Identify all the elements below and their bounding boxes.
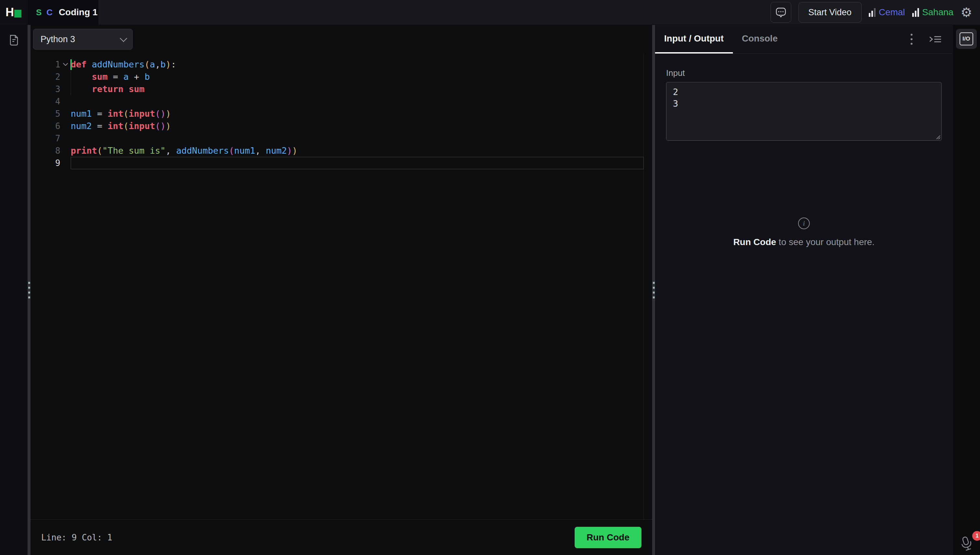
- code-line-content: num2 = int(input()): [71, 120, 171, 132]
- console-indent-icon[interactable]: [929, 34, 942, 44]
- tab-title: Coding 1: [59, 7, 98, 18]
- line-number: 8: [31, 146, 60, 156]
- fold-chevron-icon[interactable]: [60, 63, 71, 66]
- settings-gear-icon[interactable]: ⚙: [961, 6, 972, 19]
- participant-sahana[interactable]: Sahana: [912, 7, 954, 18]
- code-token: ,: [166, 146, 177, 156]
- code-token: "The sum is": [103, 146, 166, 156]
- code-line[interactable]: 7: [31, 132, 652, 144]
- code-lines: 1def addNumbers(a,b):2 sum = a + b3 retu…: [31, 58, 652, 169]
- logo-letter: H: [5, 5, 14, 19]
- input-wrap: [666, 82, 942, 141]
- line-number: 2: [31, 72, 60, 82]
- code-line[interactable]: 1def addNumbers(a,b):: [31, 58, 652, 71]
- code-line-content: print("The sum is", addNumbers(num1, num…: [71, 144, 297, 157]
- code-editor[interactable]: 1def addNumbers(a,b):2 sum = a + b3 retu…: [31, 54, 652, 519]
- tab-coding-1[interactable]: S C Coding 1: [27, 0, 99, 25]
- code-token: print: [71, 146, 97, 156]
- questions-document-icon[interactable]: [8, 34, 19, 47]
- line-number: 9: [31, 158, 60, 168]
- chat-bubble-icon: [775, 6, 787, 18]
- code-line[interactable]: 5num1 = int(input()): [31, 107, 652, 120]
- code-token: (: [155, 109, 160, 119]
- code-token: (: [97, 146, 102, 156]
- code-token: int: [108, 109, 124, 119]
- code-token: input: [129, 121, 155, 131]
- code-line[interactable]: 9: [31, 157, 652, 169]
- code-token: ,: [155, 59, 160, 69]
- code-token: sum: [129, 84, 145, 94]
- mic-notification[interactable]: 1: [960, 531, 980, 551]
- io-toggle-icon: I/O: [959, 32, 973, 45]
- code-line[interactable]: 6num2 = int(input()): [31, 120, 652, 132]
- tab-console[interactable]: Console: [733, 25, 787, 53]
- code-token: addNumbers: [176, 146, 229, 156]
- input-label: Input: [666, 68, 942, 78]
- code-token: ): [166, 109, 171, 119]
- code-token: ): [160, 109, 165, 119]
- code-token: b: [145, 72, 150, 82]
- io-toggle-button[interactable]: I/O: [956, 29, 977, 49]
- code-token: [71, 84, 92, 94]
- panel-resize-handle-right[interactable]: [652, 25, 655, 555]
- code-token: def: [71, 59, 92, 69]
- code-token: +: [129, 72, 145, 82]
- language-selector[interactable]: Python 3: [33, 29, 133, 50]
- input-textarea[interactable]: [666, 82, 942, 141]
- logo-green-square-icon: [14, 8, 22, 18]
- io-tab-icons: [909, 25, 953, 53]
- io-body: Input i Run Code to see your output here…: [655, 54, 953, 555]
- io-panel: Input / Output Console Input: [655, 25, 953, 555]
- line-number: 5: [31, 109, 60, 119]
- code-token: num1: [234, 146, 255, 156]
- code-token: =: [92, 109, 108, 119]
- code-token: =: [108, 72, 124, 82]
- chat-button[interactable]: [771, 2, 791, 23]
- code-token: sum: [92, 72, 108, 82]
- hackerrank-logo[interactable]: H: [0, 0, 27, 25]
- language-selected-label: Python 3: [40, 34, 75, 45]
- tabbar-spacer: [787, 25, 909, 53]
- drag-dots-icon: [28, 282, 30, 298]
- line-number: 1: [31, 59, 60, 69]
- code-line-content: sum = a + b: [71, 71, 150, 83]
- line-number: 7: [31, 133, 60, 143]
- code-token: (: [124, 121, 129, 131]
- kebab-menu-icon[interactable]: [909, 32, 914, 47]
- info-glyph: i: [803, 220, 805, 227]
- participant-name: Cemal: [879, 7, 905, 18]
- code-line-content: def addNumbers(a,b):: [71, 58, 176, 71]
- editor-statusbar: Line: 9 Col: 1 Run Code: [31, 519, 652, 555]
- signal-bars-icon: [912, 8, 919, 17]
- code-line[interactable]: 3 return sum: [31, 83, 652, 95]
- code-token: ,: [255, 146, 266, 156]
- cursor-position-status: Line: 9 Col: 1: [41, 533, 112, 542]
- app-window: H S C Coding 1 Start Video Cemal: [0, 0, 980, 555]
- code-token: ): [166, 121, 171, 131]
- code-token: a: [124, 72, 129, 82]
- code-token: a: [150, 59, 155, 69]
- start-video-button[interactable]: Start Video: [798, 2, 862, 23]
- tab-participant-initial-c: C: [47, 8, 53, 18]
- info-icon: i: [798, 218, 810, 229]
- code-token: ): [166, 59, 171, 69]
- line-number: 4: [31, 96, 60, 106]
- code-token: return: [92, 84, 129, 94]
- tab-input-output[interactable]: Input / Output: [655, 25, 733, 53]
- code-token: ): [292, 146, 297, 156]
- signal-bars-icon: [869, 8, 876, 17]
- resize-grip-icon[interactable]: [935, 133, 940, 140]
- code-line-content: num1 = int(input()): [71, 107, 171, 120]
- code-line[interactable]: 8print("The sum is", addNumbers(num1, nu…: [31, 144, 652, 157]
- empty-state-rest: to see your output here.: [776, 237, 875, 247]
- code-token: addNumbers: [92, 59, 145, 69]
- code-line[interactable]: 2 sum = a + b: [31, 71, 652, 83]
- main-area: Python 3 1def addNumbers(a,b):2 sum = a …: [0, 25, 980, 555]
- code-line[interactable]: 4: [31, 95, 652, 107]
- left-rail: [0, 25, 27, 555]
- panel-resize-handle-left[interactable]: [27, 25, 31, 555]
- drag-dots-icon: [653, 282, 655, 298]
- code-token: input: [129, 109, 155, 119]
- run-code-button[interactable]: Run Code: [575, 527, 641, 548]
- participant-cemal[interactable]: Cemal: [869, 7, 905, 18]
